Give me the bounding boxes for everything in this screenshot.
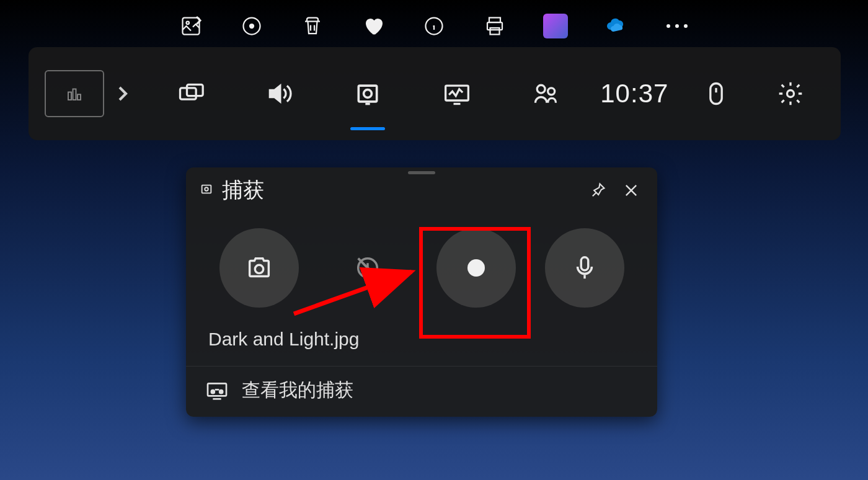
svg-rect-11 bbox=[180, 88, 196, 99]
svg-point-26 bbox=[211, 390, 215, 393]
game-bar: 10:37 bbox=[29, 47, 841, 140]
svg-point-16 bbox=[537, 85, 545, 93]
widgets-button[interactable] bbox=[149, 47, 231, 140]
info-button[interactable] bbox=[422, 14, 446, 38]
start-recording-button[interactable] bbox=[436, 228, 516, 308]
expand-chevron-icon[interactable] bbox=[110, 81, 135, 106]
close-button[interactable] bbox=[619, 178, 644, 203]
capture-filename: Dark and Light.jpg bbox=[186, 316, 657, 366]
svg-point-3 bbox=[250, 24, 254, 28]
microphone-toggle-button[interactable] bbox=[545, 228, 624, 308]
favorite-button[interactable] bbox=[361, 14, 386, 38]
pin-button[interactable] bbox=[585, 178, 610, 203]
onedrive-app-tile[interactable] bbox=[604, 14, 629, 38]
disc-button[interactable] bbox=[239, 14, 264, 38]
record-dot-icon bbox=[467, 259, 485, 277]
performance-button[interactable] bbox=[415, 47, 498, 140]
capture-widget-header: 捕获 bbox=[186, 167, 657, 213]
svg-point-1 bbox=[187, 22, 190, 25]
print-button[interactable] bbox=[482, 14, 507, 38]
photos-app-tile[interactable] bbox=[543, 14, 568, 38]
svg-rect-7 bbox=[490, 28, 500, 35]
capture-button[interactable] bbox=[327, 47, 409, 140]
svg-rect-12 bbox=[187, 84, 203, 96]
svg-point-21 bbox=[205, 187, 208, 191]
svg-rect-13 bbox=[359, 86, 377, 102]
svg-point-19 bbox=[787, 91, 794, 97]
audio-button[interactable] bbox=[237, 47, 320, 140]
svg-point-17 bbox=[548, 88, 555, 95]
svg-rect-10 bbox=[78, 94, 81, 100]
svg-point-14 bbox=[364, 90, 372, 98]
record-last-button bbox=[328, 228, 407, 308]
svg-rect-18 bbox=[711, 84, 722, 104]
settings-button[interactable] bbox=[756, 47, 825, 140]
svg-rect-9 bbox=[73, 89, 76, 100]
xbox-social-button[interactable] bbox=[504, 47, 587, 140]
capture-widget: 捕获 Dark and Light.jpg 查看我的捕获 bbox=[186, 167, 657, 417]
drag-handle[interactable] bbox=[408, 171, 435, 174]
svg-rect-24 bbox=[581, 257, 588, 270]
svg-rect-8 bbox=[68, 92, 71, 100]
view-captures-button[interactable]: 查看我的捕获 bbox=[186, 366, 657, 417]
app-thumbnail[interactable] bbox=[45, 70, 104, 117]
capture-widget-body bbox=[186, 213, 657, 316]
svg-rect-20 bbox=[202, 185, 211, 193]
capture-widget-title: 捕获 bbox=[222, 176, 577, 205]
svg-point-22 bbox=[255, 265, 263, 273]
clock: 10:37 bbox=[593, 79, 676, 109]
mouse-button[interactable] bbox=[682, 47, 750, 140]
svg-point-27 bbox=[219, 390, 223, 393]
screenshot-button[interactable] bbox=[219, 228, 299, 308]
app-top-toolbar bbox=[0, 0, 868, 46]
edit-image-button[interactable] bbox=[179, 14, 203, 38]
capture-icon bbox=[200, 182, 213, 198]
more-button[interactable] bbox=[665, 14, 689, 38]
delete-button[interactable] bbox=[300, 14, 325, 38]
view-captures-label: 查看我的捕获 bbox=[242, 378, 353, 403]
